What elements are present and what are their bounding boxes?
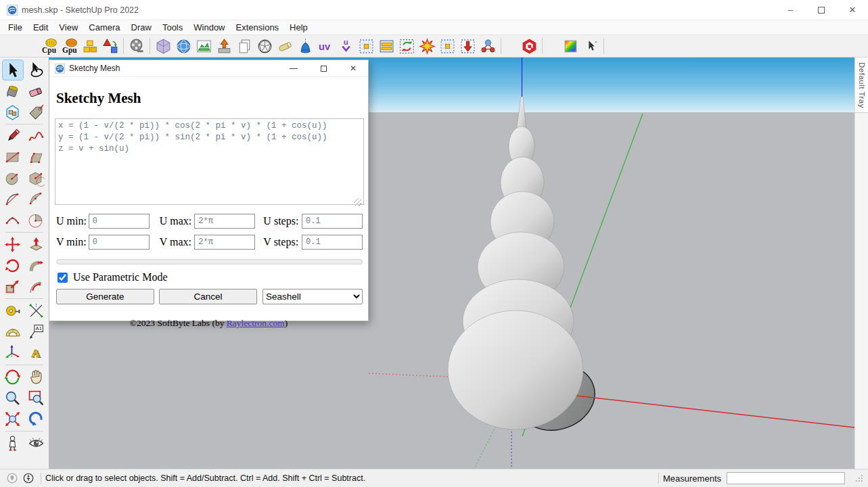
3d-text-tool-icon[interactable]: A A: [28, 344, 45, 361]
gpu-render-icon[interactable]: Gpu: [62, 38, 78, 55]
quad-frame-icon[interactable]: [358, 38, 375, 55]
look-around-tool-icon[interactable]: [28, 435, 45, 452]
convert-shapes-icon[interactable]: [102, 38, 119, 55]
stacked-bars-icon[interactable]: [378, 38, 395, 55]
position-camera-tool-icon[interactable]: [4, 435, 21, 452]
follow-me-tool-icon[interactable]: [28, 257, 45, 274]
zoom-window-tool-icon[interactable]: [28, 390, 45, 407]
axes-tool-icon[interactable]: [4, 344, 21, 361]
push-pull-tool-icon[interactable]: [28, 236, 45, 253]
text-tool-icon[interactable]: A1: [28, 323, 45, 340]
u-max-label: U max:: [160, 215, 195, 227]
protractor-tool-icon[interactable]: [4, 323, 21, 340]
zoom-extents-tool-icon[interactable]: [4, 411, 21, 427]
plumb-cone-icon[interactable]: [297, 38, 314, 55]
model-viewport[interactable]: Sketchy Mesh — ✕ Sketchy Mesh x = (1 - v…: [49, 57, 854, 469]
zoom-tool-icon[interactable]: [4, 390, 21, 407]
animation-reel-icon[interactable]: [129, 38, 145, 55]
horizontal-scrollbar[interactable]: [56, 259, 363, 264]
arc-tool-icon[interactable]: [4, 191, 21, 208]
window-close-button[interactable]: ✕: [837, 0, 868, 20]
make-component-tool-icon[interactable]: [4, 103, 21, 120]
cpu-render-icon[interactable]: Cpu: [41, 38, 58, 55]
geolocation-icon[interactable]: [6, 472, 18, 484]
menu-help[interactable]: Help: [284, 20, 313, 35]
three-point-arc-tool-icon[interactable]: [4, 212, 21, 229]
previous-view-tool-icon[interactable]: [28, 411, 45, 427]
offset-tool-icon[interactable]: [28, 278, 45, 295]
circle-tool-icon[interactable]: [4, 170, 21, 187]
globe-icon[interactable]: [175, 38, 192, 55]
lasso-select-tool-icon[interactable]: [28, 62, 45, 78]
dimension-tool-icon[interactable]: [28, 302, 45, 319]
window-maximize-button[interactable]: [806, 0, 837, 20]
menu-window[interactable]: Window: [188, 20, 230, 35]
uv-mapping-icon[interactable]: uv: [317, 38, 334, 55]
tag-tool-icon[interactable]: [28, 103, 45, 120]
freehand-tool-icon[interactable]: [28, 128, 45, 145]
u-min-input[interactable]: [89, 214, 150, 229]
u-steps-input[interactable]: [302, 214, 363, 229]
orbit-tool-icon[interactable]: [4, 369, 21, 386]
move-tool-icon[interactable]: [4, 236, 21, 253]
window-minimize-button[interactable]: –: [775, 0, 806, 20]
svg-text:A: A: [31, 346, 40, 360]
dialog-close-button[interactable]: ✕: [338, 60, 368, 76]
pan-tool-icon[interactable]: [28, 369, 45, 386]
explode-burst-icon[interactable]: [419, 38, 436, 55]
menu-file[interactable]: File: [3, 20, 28, 35]
rectangle-tool-icon[interactable]: [4, 149, 21, 166]
wireframe-sphere-icon[interactable]: [256, 38, 273, 55]
line-tool-icon[interactable]: [4, 128, 21, 145]
select-tool-icon[interactable]: [4, 62, 21, 78]
v-max-input[interactable]: [194, 235, 255, 250]
raylectron-logo-icon[interactable]: [521, 38, 538, 55]
v-min-input[interactable]: [89, 235, 150, 250]
dialog-minimize-button[interactable]: —: [279, 60, 309, 76]
generate-button[interactable]: Generate: [56, 289, 154, 304]
menu-tools[interactable]: Tools: [157, 20, 188, 35]
quad-frame-icon-2[interactable]: [439, 38, 456, 55]
pointer-tool-icon[interactable]: [583, 38, 599, 55]
menu-edit[interactable]: Edit: [28, 20, 53, 35]
preset-select[interactable]: Seashell: [262, 289, 363, 304]
tube-tool-icon[interactable]: [277, 38, 294, 55]
resize-grip-icon[interactable]: [854, 473, 864, 483]
terrain-chart-icon[interactable]: [196, 38, 212, 55]
rotate-tool-icon[interactable]: [4, 257, 21, 274]
material-boxes-icon[interactable]: [82, 38, 99, 55]
dialog-maximize-button[interactable]: [309, 60, 338, 76]
parametric-mode-label[interactable]: Use Parametric Mode: [73, 271, 168, 283]
cancel-button[interactable]: Cancel: [159, 289, 257, 304]
eraser-tool-icon[interactable]: [28, 83, 45, 99]
rotated-rectangle-tool-icon[interactable]: [28, 149, 45, 166]
menu-view[interactable]: View: [53, 20, 83, 35]
molecule-icon[interactable]: [480, 38, 497, 55]
pie-tool-icon[interactable]: [28, 212, 45, 229]
import-arrow-icon[interactable]: [459, 38, 476, 55]
swap-arrows-icon[interactable]: [398, 38, 415, 55]
measurements-input[interactable]: [727, 472, 845, 484]
parametric-mode-checkbox[interactable]: [58, 273, 68, 283]
two-point-arc-tool-icon[interactable]: [28, 191, 45, 208]
formula-textarea[interactable]: x = (1 - v/(2 * pi)) * cos(2 * pi * v) *…: [55, 118, 364, 205]
menu-extensions[interactable]: Extensions: [231, 20, 285, 35]
color-gradient-icon[interactable]: [562, 38, 579, 55]
unwrap-u-icon[interactable]: u: [338, 38, 355, 55]
copy-pages-icon[interactable]: [236, 38, 253, 55]
raylectron-link[interactable]: Raylectron.com: [227, 318, 285, 328]
paint-bucket-tool-icon[interactable]: [4, 83, 21, 99]
menu-draw[interactable]: Draw: [126, 20, 157, 35]
menu-camera[interactable]: Camera: [83, 20, 125, 35]
geodesic-sphere-icon[interactable]: [155, 38, 172, 55]
export-model-icon[interactable]: [216, 38, 233, 55]
dialog-titlebar[interactable]: Sketchy Mesh — ✕: [49, 60, 368, 77]
v-steps-input[interactable]: [302, 235, 363, 250]
default-tray-tab[interactable]: Default Tray: [855, 57, 868, 113]
textarea-resize-handle[interactable]: [354, 198, 361, 206]
tape-measure-tool-icon[interactable]: [4, 302, 21, 319]
scale-tool-icon[interactable]: [4, 278, 21, 295]
u-max-input[interactable]: [194, 214, 255, 229]
credits-icon[interactable]: [22, 472, 35, 484]
polygon-tool-icon[interactable]: [28, 170, 45, 187]
